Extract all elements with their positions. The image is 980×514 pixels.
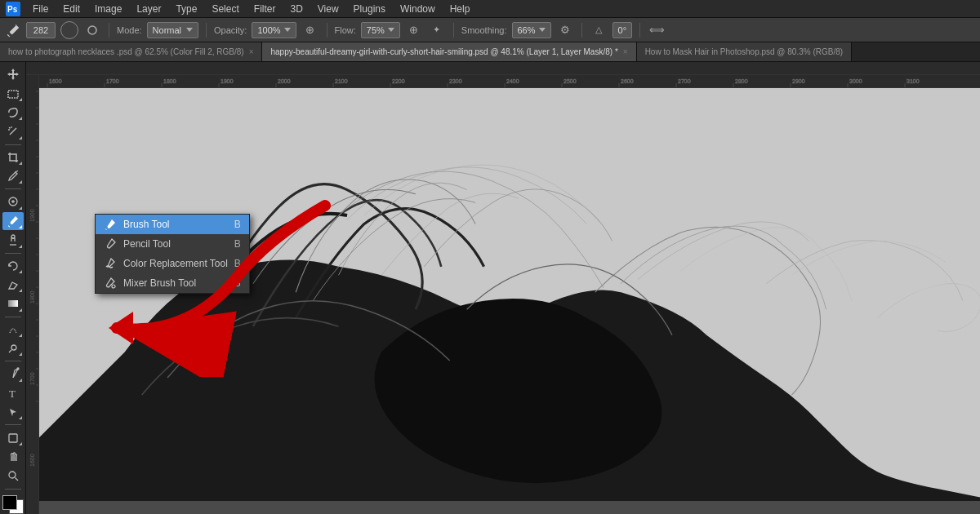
svg-text:2400: 2400 (506, 78, 519, 84)
smoothing-text: 66% (518, 25, 536, 35)
menu-3d[interactable]: 3D (283, 2, 309, 16)
menu-type[interactable]: Type (169, 2, 203, 16)
svg-point-77 (112, 285, 115, 288)
svg-text:1800: 1800 (29, 290, 35, 304)
crop-tool[interactable] (2, 148, 24, 166)
menu-filter[interactable]: Filter (247, 2, 283, 16)
options-bar: 282 Mode: Normal Opacity: 100% ⊕ Flow: 7… (0, 18, 980, 42)
color-swatches[interactable] (2, 495, 24, 513)
tab-2-label: How to Mask Hair in Photoshop.psd @ 80.3… (645, 47, 843, 56)
eyedropper-tool[interactable] (2, 167, 24, 185)
smoothing-settings-icon[interactable]: ⚙ (556, 21, 574, 39)
tool-sep-1 (5, 144, 21, 145)
ctx-mixer-brush-tool[interactable]: Mixer Brush Tool B (96, 273, 249, 293)
svg-text:1600: 1600 (49, 78, 62, 84)
clone-stamp-tool[interactable] (2, 231, 24, 249)
menu-plugins[interactable]: Plugins (347, 2, 392, 16)
menu-file[interactable]: File (26, 2, 55, 16)
lasso-tool[interactable] (2, 104, 24, 122)
brush-tool-icon (5, 22, 21, 38)
mode-dropdown[interactable]: Normal (147, 22, 198, 38)
mixer-brush-menu-icon (104, 277, 117, 289)
dodge-tool[interactable] (2, 339, 24, 357)
main-layout: T (0, 62, 980, 514)
flow-pressure-icon[interactable]: ⊕ (405, 21, 423, 39)
opacity-text: 100% (257, 25, 280, 35)
ctx-brush-shortcut: B (234, 219, 241, 230)
menu-edit[interactable]: Edit (56, 2, 87, 16)
pencil-tool-menu-icon (104, 238, 117, 250)
canvas-area[interactable]: 1600 1700 1800 1900 2000 2100 (39, 75, 980, 514)
menu-view[interactable]: View (311, 2, 345, 16)
flow-value[interactable]: 75% (361, 22, 400, 38)
menu-bar: Ps File Edit Image Layer Type Select Fil… (0, 0, 980, 18)
svg-line-7 (9, 127, 11, 129)
svg-text:3000: 3000 (849, 78, 862, 84)
magic-wand-tool[interactable] (2, 122, 24, 140)
svg-text:1900: 1900 (220, 78, 234, 84)
ctx-color-replacement-tool[interactable]: Color Replacement Tool B (96, 254, 249, 273)
foreground-color[interactable] (2, 495, 17, 510)
menu-help[interactable]: Help (443, 2, 477, 16)
tab-1-close[interactable]: × (623, 47, 628, 56)
tab-0-close[interactable]: × (249, 47, 254, 56)
svg-text:T: T (9, 388, 16, 400)
zoom-tool[interactable] (2, 467, 24, 485)
svg-line-16 (15, 478, 18, 481)
separator-6 (639, 23, 640, 38)
svg-point-2 (88, 26, 96, 34)
ctx-brush-tool[interactable]: Brush Tool B (96, 215, 249, 234)
separator-2 (206, 23, 207, 38)
menu-layer[interactable]: Layer (130, 2, 167, 16)
opacity-value[interactable]: 100% (252, 22, 296, 38)
svg-text:1800: 1800 (163, 78, 176, 84)
brush-size-display[interactable]: 282 (26, 22, 56, 38)
svg-text:Ps: Ps (7, 5, 18, 14)
tool-sep-5 (5, 361, 21, 361)
svg-text:2100: 2100 (335, 78, 348, 84)
spot-healing-tool[interactable] (2, 193, 24, 210)
svg-text:2900: 2900 (792, 78, 805, 84)
history-brush-tool[interactable] (2, 256, 24, 274)
tab-2[interactable]: How to Mask Hair in Photoshop.psd @ 80.3… (637, 42, 852, 61)
brush-tool-btn[interactable] (2, 212, 24, 230)
smoothing-value[interactable]: 66% (512, 22, 551, 38)
separator-5 (581, 23, 582, 38)
smoothing-chevron (539, 28, 546, 32)
mode-dropdown-chevron (186, 28, 193, 32)
tool-sep-4 (5, 317, 21, 317)
tab-1[interactable]: happy-beautiful-dreamy-girl-with-curly-s… (262, 42, 636, 61)
svg-text:1700: 1700 (29, 372, 35, 385)
airbrush-icon[interactable]: ✦ (428, 21, 446, 39)
menu-image[interactable]: Image (88, 2, 128, 16)
tab-0[interactable]: how to photograph necklaces .psd @ 62.5%… (0, 42, 262, 61)
pen-tool[interactable] (2, 365, 24, 383)
marquee-rect-tool[interactable] (2, 84, 24, 102)
gradient-tool[interactable] (2, 295, 24, 312)
opacity-pressure-icon[interactable]: ⊕ (301, 21, 319, 39)
hand-tool[interactable] (2, 448, 24, 466)
ctx-pencil-label: Pencil Tool (123, 238, 171, 250)
brush-preview[interactable] (60, 21, 78, 39)
svg-point-12 (17, 368, 19, 370)
mode-value: Normal (153, 25, 181, 35)
brush-mode-icon[interactable] (83, 21, 101, 39)
shape-tool[interactable] (2, 428, 24, 446)
path-select-tool[interactable] (2, 403, 24, 421)
ctx-pencil-tool[interactable]: Pencil Tool B (96, 234, 249, 254)
menu-select[interactable]: Select (205, 2, 245, 16)
angle-icon[interactable]: △ (590, 21, 608, 39)
svg-point-15 (9, 472, 16, 478)
text-tool[interactable]: T (2, 384, 24, 402)
menu-window[interactable]: Window (394, 2, 442, 16)
ps-logo: Ps (5, 1, 21, 17)
blur-tool[interactable] (2, 321, 24, 339)
tool-sep-3 (5, 253, 21, 254)
tab-0-label: how to photograph necklaces .psd @ 62.5%… (8, 47, 244, 56)
angle-text: 0° (618, 25, 627, 35)
svg-text:2300: 2300 (449, 78, 462, 84)
move-tool[interactable] (2, 65, 24, 83)
angle-value[interactable]: 0° (612, 22, 633, 38)
symmetry-icon[interactable]: ⟺ (648, 21, 666, 39)
eraser-tool[interactable] (2, 276, 24, 294)
